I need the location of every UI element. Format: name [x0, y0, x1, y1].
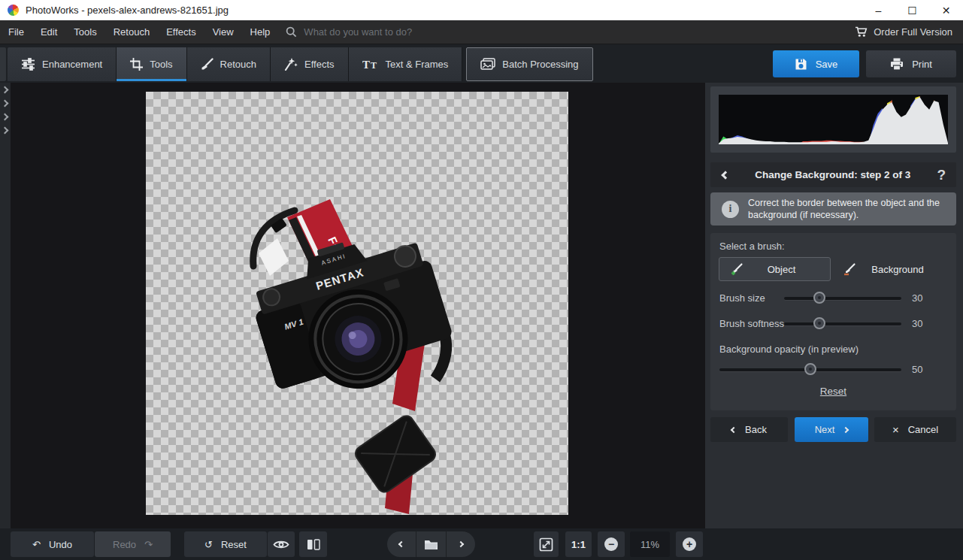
background-opacity-label: Background opacity (in preview)	[719, 344, 859, 355]
expand-chevron-icon[interactable]	[2, 100, 9, 107]
svg-text:T: T	[371, 60, 377, 71]
left-collapse-strip	[0, 83, 11, 528]
tab-label: Text & Frames	[386, 59, 449, 70]
menu-tools[interactable]: Tools	[65, 20, 104, 44]
select-brush-label: Select a brush:	[719, 241, 785, 252]
close-x-icon: ×	[892, 423, 899, 436]
object-brush-button[interactable]: Object	[719, 257, 831, 281]
photoworks-window: PhotoWorks - pexels-alex-andrews-821651.…	[0, 0, 963, 560]
menu-bar: File Edit Tools Retouch Effects View Hel…	[0, 20, 963, 44]
expand-chevron-icon[interactable]	[2, 114, 9, 121]
search-icon	[286, 26, 297, 38]
object-brush-label: Object	[743, 264, 819, 275]
tab-label: Tools	[150, 59, 172, 70]
zoom-level-value[interactable]: 11%	[630, 531, 670, 557]
help-button[interactable]: ?	[937, 167, 956, 183]
brush-size-label: Brush size	[719, 292, 765, 304]
background-opacity-slider-thumb[interactable]	[804, 363, 816, 375]
close-button[interactable]: ✕	[929, 0, 963, 20]
chevron-left-icon	[731, 426, 737, 432]
search-box[interactable]: What do you want to do?	[286, 26, 412, 38]
tab-label: Batch Processing	[502, 59, 578, 70]
actual-size-button[interactable]: 1:1	[565, 531, 592, 557]
print-button[interactable]: Print	[866, 50, 956, 77]
tab-effects[interactable]: Effects	[271, 47, 349, 81]
info-icon: i	[722, 201, 739, 218]
tab-label: Retouch	[220, 59, 256, 70]
menu-effects[interactable]: Effects	[158, 20, 204, 44]
before-after-compare-button[interactable]	[299, 531, 327, 557]
next-button[interactable]: Next	[795, 417, 868, 442]
reset-label: Reset	[221, 539, 247, 550]
tab-label: Enhancement	[42, 59, 102, 70]
reset-button[interactable]: ↺ Reset	[184, 531, 267, 557]
menu-edit[interactable]: Edit	[32, 20, 65, 44]
brush-size-slider[interactable]	[784, 297, 901, 300]
tab-retouch[interactable]: Retouch	[187, 47, 271, 81]
step-back-button[interactable]	[710, 172, 728, 178]
object-brush-icon	[730, 262, 743, 276]
open-folder-button[interactable]	[416, 531, 445, 557]
plus-icon: +	[683, 537, 696, 551]
text-icon: T T	[362, 59, 379, 71]
order-full-version-button[interactable]: Order Full Version	[855, 26, 952, 38]
background-opacity-slider[interactable]	[719, 368, 901, 371]
expand-chevron-icon[interactable]	[2, 127, 9, 135]
brush-softness-slider-thumb[interactable]	[813, 317, 825, 329]
tab-text-frames[interactable]: T T Text & Frames	[349, 47, 463, 81]
photo-stack-icon	[480, 58, 495, 71]
zoom-in-button[interactable]: +	[676, 531, 703, 557]
brush-icon	[201, 58, 213, 71]
next-photo-button[interactable]	[446, 531, 475, 557]
folder-icon	[424, 539, 438, 550]
undo-label: Undo	[49, 539, 72, 550]
brush-settings-section: Select a brush: Object Backgro	[710, 233, 956, 410]
undo-button[interactable]: ↶ Undo	[11, 531, 94, 557]
fit-screen-icon	[539, 537, 553, 552]
magic-wand-icon	[284, 58, 298, 71]
collapsed-panel-handle[interactable]	[0, 47, 6, 81]
menu-help[interactable]: Help	[242, 20, 279, 44]
histogram-panel	[710, 86, 956, 153]
menu-retouch[interactable]: Retouch	[105, 20, 158, 44]
tab-enhancement[interactable]: Enhancement	[8, 47, 117, 81]
camera-image: FOR PE	[146, 92, 568, 515]
redo-button[interactable]: Redo ↷	[95, 531, 171, 557]
fit-to-screen-button[interactable]	[534, 531, 559, 557]
tab-bar: Enhancement Tools Retouch	[0, 44, 963, 83]
brush-softness-slider[interactable]	[784, 322, 901, 325]
back-label: Back	[745, 424, 767, 435]
right-panel: Change Background: step 2 of 3 ? i Corre…	[705, 83, 963, 528]
tab-batch-processing[interactable]: Batch Processing	[466, 47, 592, 81]
editing-canvas: FOR PE	[11, 83, 705, 528]
maximize-button[interactable]: ☐	[895, 0, 929, 20]
previous-photo-button[interactable]	[387, 531, 416, 557]
sliders-icon	[21, 58, 35, 71]
order-full-version-label: Order Full Version	[874, 26, 952, 38]
zoom-out-button[interactable]: −	[598, 531, 625, 557]
menu-file[interactable]: File	[0, 20, 32, 44]
photo-preview[interactable]: FOR PE	[146, 92, 568, 515]
preview-original-button[interactable]	[268, 531, 295, 557]
app-logo-icon	[8, 5, 19, 16]
print-label: Print	[912, 59, 932, 70]
window-controls: – ☐ ✕	[862, 0, 963, 20]
crop-icon	[130, 58, 143, 71]
background-brush-label: Background	[856, 264, 939, 275]
print-icon	[890, 58, 904, 71]
expand-chevron-icon[interactable]	[2, 86, 9, 94]
cancel-button[interactable]: × Cancel	[874, 417, 956, 442]
redo-label: Redo	[113, 539, 136, 550]
background-brush-button[interactable]: Background	[832, 257, 949, 281]
save-button[interactable]: Save	[773, 50, 859, 77]
cart-icon	[855, 26, 868, 38]
histogram-chart	[719, 95, 948, 144]
tab-tools[interactable]: Tools	[117, 47, 186, 81]
menu-view[interactable]: View	[204, 20, 242, 44]
reset-link[interactable]: Reset	[710, 386, 956, 397]
chevron-left-icon	[398, 541, 404, 547]
cancel-label: Cancel	[908, 424, 938, 435]
minimize-button[interactable]: –	[862, 0, 895, 20]
brush-size-slider-thumb[interactable]	[813, 292, 825, 304]
back-button[interactable]: Back	[710, 417, 788, 442]
